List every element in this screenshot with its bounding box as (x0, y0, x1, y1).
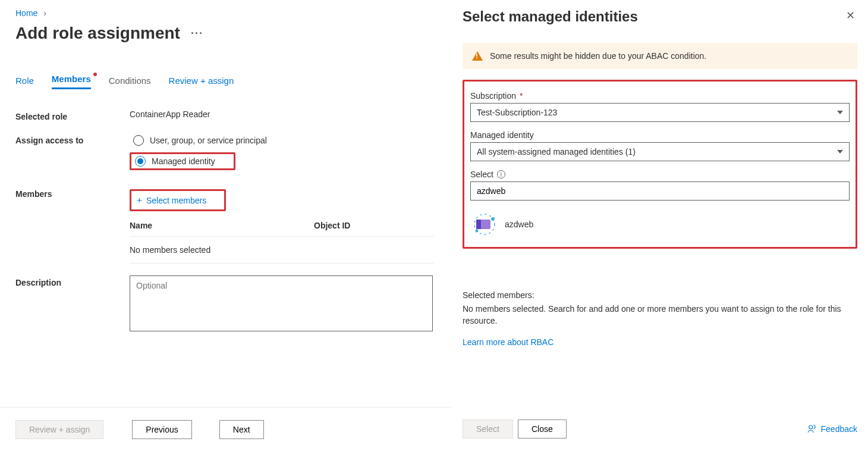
select-search-input[interactable] (470, 181, 850, 201)
subscription-label: Subscription* (470, 91, 850, 101)
col-name-header: Name (130, 221, 314, 230)
panel-title: Select managed identities (463, 8, 638, 25)
svg-point-5 (809, 425, 812, 429)
previous-button[interactable]: Previous (132, 420, 191, 439)
learn-more-rbac-link[interactable]: Learn more about RBAC (463, 337, 553, 347)
tab-members-indicator-icon (93, 73, 97, 76)
members-label: Members (15, 187, 130, 199)
identity-filter-box: Subscription* Test-Subscription-123 Mana… (463, 80, 857, 249)
managed-identity-dropdown[interactable]: All system-assigned managed identities (… (470, 142, 850, 161)
form-block: Selected role ContainerApp Reader Assign… (15, 109, 434, 333)
close-icon[interactable]: ✕ (843, 8, 857, 23)
selected-members-text: No members selected. Search for and add … (463, 303, 857, 327)
info-icon[interactable]: i (497, 170, 505, 178)
selected-role-value: ContainerApp Reader (130, 109, 434, 119)
subscription-value: Test-Subscription-123 (477, 108, 557, 117)
feedback-icon (807, 424, 817, 434)
warning-text: Some results might be hidden due to your… (490, 51, 706, 61)
feedback-label: Feedback (821, 424, 857, 434)
breadcrumb: Home › (15, 8, 434, 18)
radio-icon (135, 156, 146, 167)
select-label: Select i (470, 170, 850, 179)
selected-members-section: Selected members: No members selected. S… (463, 290, 857, 347)
review-assign-button: Review + assign (15, 420, 103, 439)
tab-members-label: Members (52, 74, 91, 84)
warning-banner: Some results might be hidden due to your… (463, 43, 857, 69)
panel-select-button: Select (463, 419, 513, 439)
select-members-button[interactable]: ＋ Select members (130, 189, 226, 211)
col-object-id-header: Object ID (314, 221, 434, 230)
more-actions-button[interactable]: ··· (191, 27, 203, 40)
panel-bottom-bar: Select Close Feedback (452, 407, 868, 451)
radio-label: User, group, or service principal (150, 136, 267, 145)
selected-role-label: Selected role (15, 109, 130, 121)
radio-managed-identity[interactable]: Managed identity (130, 152, 235, 170)
tab-members[interactable]: Members (52, 74, 91, 89)
chevron-down-icon (837, 111, 843, 114)
chevron-down-icon (837, 150, 843, 154)
next-button[interactable]: Next (219, 420, 264, 439)
members-table-header: Name Object ID (130, 221, 434, 237)
tab-conditions[interactable]: Conditions (109, 76, 151, 89)
main-content: Home › Add role assignment ··· Role Memb… (0, 0, 434, 451)
radio-label: Managed identity (152, 156, 215, 166)
chevron-right-icon: › (43, 8, 46, 18)
selected-members-title: Selected members: (463, 290, 857, 300)
plus-icon: ＋ (135, 195, 144, 206)
subscription-dropdown[interactable]: Test-Subscription-123 (470, 103, 850, 122)
identity-result-item[interactable]: azdweb (470, 210, 850, 239)
tab-review-assign[interactable]: Review + assign (169, 76, 234, 89)
managed-identity-label: Managed identity (470, 130, 850, 140)
panel-close-button[interactable]: Close (518, 419, 567, 439)
identity-result-name: azdweb (505, 220, 533, 229)
select-members-label: Select members (146, 196, 206, 205)
svg-point-4 (476, 230, 479, 233)
svg-rect-1 (476, 220, 481, 229)
radio-user-group-sp[interactable]: User, group, or service principal (130, 133, 434, 148)
feedback-link[interactable]: Feedback (807, 424, 857, 434)
breadcrumb-home[interactable]: Home (15, 8, 37, 18)
assign-access-to-label: Assign access to (15, 133, 130, 145)
page-title: Add role assignment (15, 24, 180, 43)
radio-icon (133, 135, 144, 146)
svg-point-3 (491, 217, 495, 221)
container-app-icon (473, 212, 496, 236)
tab-role[interactable]: Role (15, 76, 34, 89)
description-input[interactable] (130, 275, 433, 331)
warning-icon (472, 51, 483, 61)
tab-bar: Role Members Conditions Review + assign (15, 74, 434, 89)
managed-identity-value: All system-assigned managed identities (… (477, 147, 636, 156)
select-managed-identities-panel: Select managed identities ✕ Some results… (452, 0, 868, 451)
members-table-empty: No members selected (130, 237, 434, 264)
page-title-row: Add role assignment ··· (15, 24, 434, 43)
description-label: Description (15, 275, 130, 287)
